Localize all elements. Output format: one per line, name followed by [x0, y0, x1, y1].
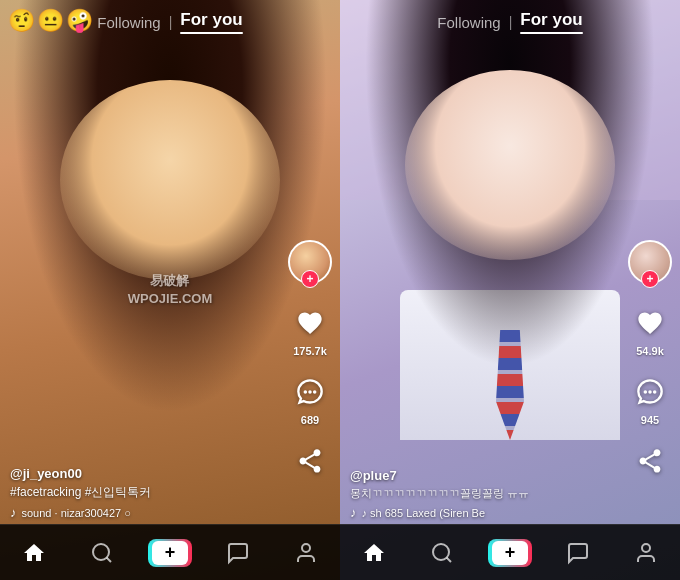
left-like-count: 175.7k [293, 345, 327, 357]
left-comment-icon[interactable] [291, 373, 329, 411]
svg-point-9 [433, 544, 449, 560]
left-nav-profile[interactable] [281, 528, 331, 578]
left-nav-following[interactable]: Following [97, 14, 160, 31]
right-nav-profile[interactable] [621, 528, 671, 578]
right-sound-text: ♪ sh 685 Laxed (Siren Be [362, 507, 486, 519]
left-sound-info[interactable]: ♪ sound · nizar300427 ○ [10, 505, 280, 520]
left-music-icon: ♪ [10, 505, 17, 520]
emoji-2: 😐 [37, 8, 64, 34]
right-plus-inner[interactable]: + [492, 541, 528, 565]
svg-point-8 [653, 390, 657, 394]
right-nav-plus[interactable]: + [485, 528, 535, 578]
left-plus-inner[interactable]: + [152, 541, 188, 565]
left-avatar-container[interactable]: + [288, 240, 332, 284]
right-description: 몽치ㄲㄲㄲㄲㄲㄲㄲㄲ꼴링꼴링 ㅠㅠ [350, 486, 620, 501]
right-comment-count: 945 [641, 414, 659, 426]
emoji-row: 🤨 😐 🤪 [8, 8, 93, 34]
left-comment-count: 689 [301, 414, 319, 426]
right-nav-search[interactable] [417, 528, 467, 578]
right-share-button[interactable] [631, 442, 669, 480]
right-bottom-nav: + [340, 524, 680, 580]
left-avatar-plus[interactable]: + [301, 270, 319, 288]
left-nav-home[interactable] [9, 528, 59, 578]
svg-line-4 [107, 557, 111, 561]
right-action-buttons: + 54.9k 945 [628, 240, 672, 480]
left-bottom-info: @ji_yeon00 #facetracking #신입틱톡커 ♪ sound … [10, 466, 280, 520]
svg-point-0 [304, 390, 308, 394]
left-nav-inbox[interactable] [213, 528, 263, 578]
right-nav-following[interactable]: Following [437, 14, 500, 31]
right-like-count: 54.9k [636, 345, 664, 357]
svg-point-3 [93, 544, 109, 560]
left-comment-button[interactable]: 689 [291, 373, 329, 426]
right-avatar-plus[interactable]: + [641, 270, 659, 288]
left-sound-text: sound · nizar300427 ○ [22, 507, 131, 519]
right-bottom-info: @plue7 몽치ㄲㄲㄲㄲㄲㄲㄲㄲ꼴링꼴링 ㅠㅠ ♪ ♪ sh 685 Laxe… [350, 468, 620, 520]
right-sound-info[interactable]: ♪ ♪ sh 685 Laxed (Siren Be [350, 505, 620, 520]
left-share-icon[interactable] [291, 442, 329, 480]
watermark-line1: 易破解 [128, 272, 213, 290]
right-like-icon[interactable] [631, 304, 669, 342]
svg-line-10 [447, 557, 451, 561]
left-like-icon[interactable] [291, 304, 329, 342]
right-avatar-container[interactable]: + [628, 240, 672, 284]
watermark-line2: WPOJIE.COM [128, 290, 213, 308]
svg-point-6 [644, 390, 648, 394]
right-music-icon: ♪ [350, 505, 357, 520]
left-video-panel: 🤨 😐 🤪 Following | For you + 175.7k [0, 0, 340, 580]
svg-point-1 [308, 390, 312, 394]
emoji-3: 🤪 [66, 8, 93, 34]
right-foryou-underline [520, 32, 582, 34]
right-top-nav: Following | For you [340, 0, 680, 44]
right-username[interactable]: @plue7 [350, 468, 620, 483]
right-share-icon[interactable] [631, 442, 669, 480]
right-plus-button[interactable]: + [488, 539, 532, 567]
right-nav-foryou[interactable]: For you [520, 10, 582, 30]
left-plus-button[interactable]: + [148, 539, 192, 567]
left-watermark: 易破解 WPOJIE.COM [128, 272, 213, 308]
left-like-button[interactable]: 175.7k [291, 304, 329, 357]
left-nav-foryou-container[interactable]: For you [180, 10, 242, 34]
svg-point-11 [642, 544, 650, 552]
svg-point-7 [648, 390, 652, 394]
right-nav-sep: | [509, 14, 513, 30]
right-comment-button[interactable]: 945 [631, 373, 669, 426]
left-hashtags: #facetracking #신입틱톡커 [10, 484, 280, 501]
left-nav-sep: | [169, 14, 173, 30]
right-nav-inbox[interactable] [553, 528, 603, 578]
emoji-1: 🤨 [8, 8, 35, 34]
right-like-button[interactable]: 54.9k [631, 304, 669, 357]
right-nav-home[interactable] [349, 528, 399, 578]
right-video-panel: Following | For you + 54.9k [340, 0, 680, 580]
left-share-button[interactable] [291, 442, 329, 480]
left-nav-plus[interactable]: + [145, 528, 195, 578]
left-nav-search[interactable] [77, 528, 127, 578]
right-nav-foryou-container[interactable]: For you [520, 10, 582, 34]
left-action-buttons: + 175.7k 689 [288, 240, 332, 480]
left-username[interactable]: @ji_yeon00 [10, 466, 280, 481]
svg-point-5 [302, 544, 310, 552]
svg-point-2 [313, 390, 317, 394]
left-foryou-underline [180, 32, 242, 34]
left-nav-foryou[interactable]: For you [180, 10, 242, 30]
left-bottom-nav: + [0, 524, 340, 580]
right-comment-icon[interactable] [631, 373, 669, 411]
